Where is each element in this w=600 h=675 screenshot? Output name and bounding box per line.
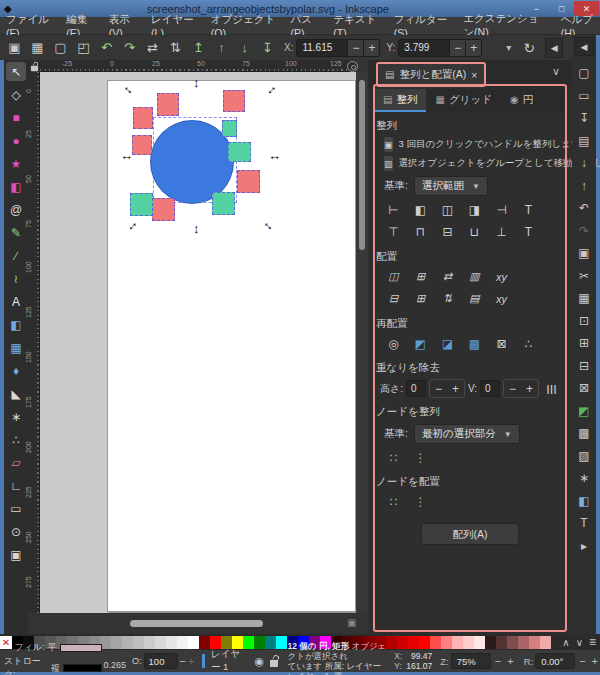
color-swatch[interactable] [111, 636, 122, 649]
distribute-top-edges[interactable]: ⊟ [382, 289, 405, 308]
red-square[interactable] [152, 198, 175, 221]
palette-scroll-up-icon[interactable]: ∧ [562, 637, 569, 648]
tab-align[interactable]: ▤整列 [374, 89, 426, 112]
document-open[interactable]: ▭ [574, 87, 594, 104]
color-swatch[interactable] [276, 636, 287, 649]
color-swatch[interactable] [485, 636, 496, 649]
snap-controls[interactable]: ∗ [574, 470, 594, 487]
gradient-tool[interactable]: ◧ [6, 315, 26, 334]
center-on-vertical-axis[interactable]: ◫ [436, 200, 459, 219]
scale-handle-n[interactable]: ↕ [193, 78, 200, 88]
align-top-edges[interactable]: ⊓ [409, 222, 432, 241]
zoom-minus[interactable]: − [493, 655, 503, 667]
color-swatch[interactable] [496, 636, 507, 649]
stroke-swatch[interactable] [63, 664, 101, 672]
move-as-group-toggle-2[interactable]: ▥ 選択オブジェクトをグループとして移動/整列します [384, 156, 564, 171]
rotate-90-ccw[interactable]: ↶ [96, 38, 117, 58]
color-swatch[interactable] [254, 636, 265, 649]
y-input[interactable]: 3.799 [398, 39, 450, 57]
color-swatch[interactable] [177, 636, 188, 649]
current-layer-label[interactable]: レイヤー 1 [211, 648, 249, 674]
text-dialog[interactable]: T [574, 515, 594, 532]
color-swatch[interactable] [529, 636, 540, 649]
layer-unlock-icon[interactable] [270, 660, 277, 667]
color-swatch[interactable] [518, 636, 529, 649]
rotate-reset-icon[interactable]: ↻ [523, 40, 535, 56]
red-square[interactable] [223, 90, 245, 112]
pages-tool[interactable]: ▣ [6, 545, 26, 564]
horizontal-ruler[interactable]: -250255075100125 [40, 60, 356, 72]
green-square[interactable] [228, 142, 251, 162]
remove-overlaps-button[interactable]: ||| [542, 380, 562, 397]
toolbar-collapse-button[interactable]: ◀ [545, 38, 563, 58]
center-on-horizontal-axis[interactable]: ⊟ [436, 222, 459, 241]
color-swatch[interactable] [408, 636, 419, 649]
align-right-to-anchor[interactable]: ⊣ [490, 200, 513, 219]
arrange-button[interactable]: 配列(A) [421, 523, 519, 545]
overlap-v-minus[interactable]: − [504, 380, 521, 397]
fill-and-stroke-dialog[interactable]: ◧ [574, 492, 594, 509]
duplicate[interactable]: ◩ [574, 402, 594, 419]
paint-bucket-tool[interactable]: ◣ [6, 384, 26, 403]
edit-redo[interactable]: ↷ [574, 222, 594, 239]
star-tool[interactable]: ★ [6, 154, 26, 173]
fill-swatch[interactable] [60, 644, 102, 652]
align-top-to-anchor[interactable]: ⊤ [382, 222, 405, 241]
spray-tool[interactable]: ∴ [6, 430, 26, 449]
box3d-tool[interactable]: ◧ [6, 177, 26, 196]
node-tool[interactable]: ◇ [6, 85, 26, 104]
x-minus-button[interactable]: − [348, 39, 364, 57]
color-swatch[interactable] [155, 636, 166, 649]
text-align-horizontal[interactable]: T [517, 200, 540, 219]
x-plus-button[interactable]: + [364, 39, 380, 57]
flip-horizontal[interactable]: ⇄ [142, 38, 163, 58]
select-by-box[interactable]: ◰ [73, 38, 94, 58]
zoom-tool[interactable]: ⊙ [6, 522, 26, 541]
color-swatch[interactable] [507, 636, 518, 649]
text-anchors-horizontal[interactable]: xy [490, 267, 513, 286]
color-swatch[interactable] [122, 636, 133, 649]
distribute-bottom-edges[interactable]: ▤ [463, 289, 486, 308]
dock-tab-align-distribute[interactable]: ▤ 整列と配置(A) × [376, 62, 486, 87]
red-square[interactable] [237, 170, 260, 193]
color-swatch[interactable] [232, 636, 243, 649]
toolbar-options-chevron[interactable]: ▾ [506, 42, 511, 53]
ruler-corner[interactable] [28, 60, 40, 72]
color-swatch[interactable] [265, 636, 276, 649]
unlink-clone[interactable]: ▨ [574, 447, 594, 464]
rectangle-tool[interactable]: ■ [6, 108, 26, 127]
distribute-centers-horizontally[interactable]: ⊞ [409, 267, 432, 286]
calligraphy-tool[interactable]: ≀ [6, 269, 26, 288]
red-square[interactable] [132, 135, 152, 155]
color-swatch[interactable] [441, 636, 452, 649]
document-print[interactable]: ▤ [574, 132, 594, 149]
color-swatch[interactable] [397, 636, 408, 649]
dock-menu-chevron[interactable]: ∨ [552, 65, 560, 78]
ellipse-tool[interactable]: ● [6, 131, 26, 150]
selector-tool[interactable]: ↖ [6, 62, 26, 81]
node-relative-to-dropdown[interactable]: 最初の選択部分 ▼ [414, 424, 520, 444]
exchange-clockwise[interactable]: ▩ [463, 334, 486, 353]
opacity-plus[interactable]: + [188, 655, 194, 667]
overlap-h-plus[interactable]: + [447, 380, 464, 397]
green-square[interactable] [212, 192, 235, 215]
rotate-90-cw[interactable]: ↷ [119, 38, 140, 58]
color-swatch[interactable] [419, 636, 430, 649]
spiral-tool[interactable]: @ [6, 200, 26, 219]
zoom-page-width[interactable]: ⊠ [574, 380, 594, 397]
overlap-v-plus[interactable]: + [521, 380, 538, 397]
green-square[interactable] [222, 120, 237, 137]
more-commands[interactable]: ▸ [574, 537, 594, 554]
y-minus-button[interactable]: − [450, 39, 466, 57]
document-new[interactable]: ▢ [574, 65, 594, 82]
vertical-scrollbar-thumb[interactable] [359, 80, 365, 250]
scale-handle-w[interactable]: ↔ [120, 151, 133, 161]
document-import[interactable]: ↓ [574, 155, 594, 172]
align-left-edges[interactable]: ◧ [409, 200, 432, 219]
distribute-left-edges[interactable]: ◫ [382, 267, 405, 286]
edit-undo[interactable]: ↶ [574, 200, 594, 217]
zoom-to-page[interactable]: ⊟ [574, 357, 594, 374]
horizontal-scrollbar-thumb[interactable] [130, 620, 263, 627]
zoom-to-selection[interactable]: ⊡ [574, 312, 594, 329]
create-clone[interactable]: ▩ [574, 425, 594, 442]
